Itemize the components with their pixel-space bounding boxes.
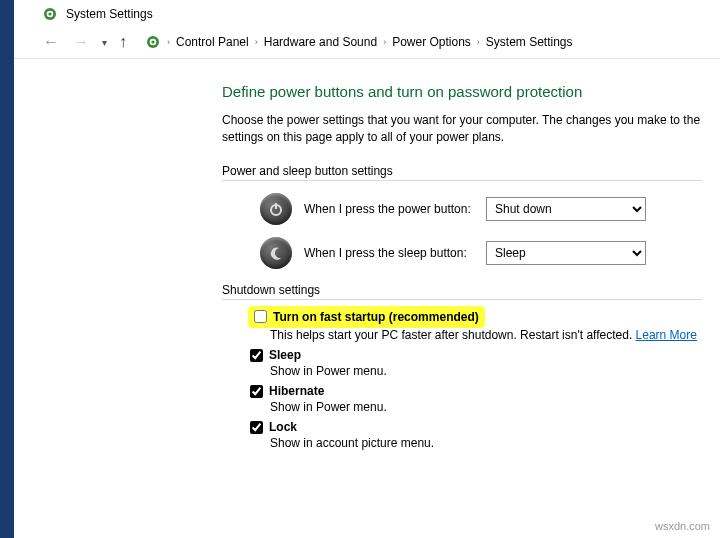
lock-label: Lock — [269, 420, 297, 434]
fast-startup-item: Turn on fast startup (recommended) This … — [250, 308, 720, 343]
window-edge-stripe — [0, 0, 14, 538]
chevron-right-icon: › — [167, 37, 170, 47]
content-area: Define power buttons and turn on passwor… — [0, 59, 720, 450]
breadcrumb-item[interactable]: System Settings — [486, 35, 573, 49]
up-button[interactable]: ↑ — [119, 33, 127, 51]
title-bar: System Settings — [0, 0, 720, 28]
lock-checkbox[interactable] — [250, 421, 263, 434]
power-button-action-select[interactable]: Shut down — [486, 197, 646, 221]
chevron-right-icon: › — [383, 37, 386, 47]
sleep-label: Sleep — [269, 348, 301, 362]
sleep-icon — [260, 237, 292, 269]
fast-startup-highlight: Turn on fast startup (recommended) — [250, 308, 483, 326]
power-options-icon — [42, 6, 58, 22]
section-header-button-settings: Power and sleep button settings — [222, 164, 702, 181]
history-dropdown-icon[interactable]: ▾ — [102, 37, 107, 48]
breadcrumb[interactable]: › Control Panel › Hardware and Sound › P… — [139, 32, 579, 52]
lock-item: Lock Show in account picture menu. — [250, 420, 720, 450]
breadcrumb-item[interactable]: Hardware and Sound — [264, 35, 377, 49]
power-button-label: When I press the power button: — [304, 202, 474, 216]
fast-startup-description: This helps start your PC faster after sh… — [270, 328, 720, 342]
fast-startup-checkbox[interactable] — [254, 310, 267, 323]
shutdown-settings-list: Turn on fast startup (recommended) This … — [250, 308, 720, 451]
fast-startup-label: Turn on fast startup (recommended) — [273, 310, 479, 324]
power-options-icon — [145, 34, 161, 50]
sleep-button-row: When I press the sleep button: Sleep — [260, 237, 720, 269]
page-title: Define power buttons and turn on passwor… — [222, 83, 720, 100]
sleep-button-action-select[interactable]: Sleep — [486, 241, 646, 265]
sleep-description: Show in Power menu. — [270, 364, 720, 378]
sleep-item: Sleep Show in Power menu. — [250, 348, 720, 378]
watermark: wsxdn.com — [655, 520, 710, 532]
breadcrumb-item[interactable]: Control Panel — [176, 35, 249, 49]
svg-point-2 — [48, 12, 51, 15]
section-header-shutdown: Shutdown settings — [222, 283, 702, 300]
learn-more-link[interactable]: Learn More — [636, 328, 697, 342]
chevron-right-icon: › — [477, 37, 480, 47]
breadcrumb-item[interactable]: Power Options — [392, 35, 471, 49]
hibernate-item: Hibernate Show in Power menu. — [250, 384, 720, 414]
sleep-checkbox[interactable] — [250, 349, 263, 362]
lock-description: Show in account picture menu. — [270, 436, 720, 450]
power-icon — [260, 193, 292, 225]
hibernate-label: Hibernate — [269, 384, 324, 398]
hibernate-description: Show in Power menu. — [270, 400, 720, 414]
chevron-right-icon: › — [255, 37, 258, 47]
hibernate-checkbox[interactable] — [250, 385, 263, 398]
sleep-button-label: When I press the sleep button: — [304, 246, 474, 260]
forward-button: → — [72, 33, 90, 51]
window-title: System Settings — [66, 7, 153, 21]
svg-point-5 — [151, 40, 154, 43]
power-button-row: When I press the power button: Shut down — [260, 193, 720, 225]
page-description: Choose the power settings that you want … — [222, 112, 720, 146]
back-button[interactable]: ← — [42, 33, 60, 51]
address-bar: ← → ▾ ↑ › Control Panel › Hardware and S… — [0, 28, 720, 59]
